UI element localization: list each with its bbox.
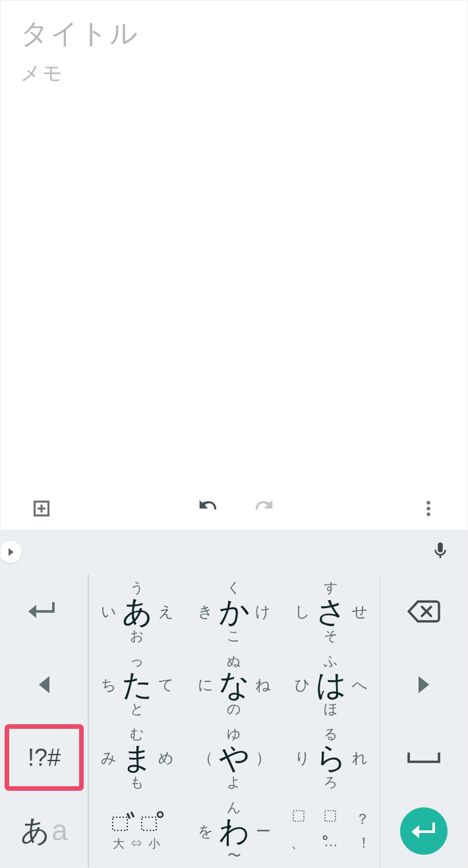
backspace-key[interactable] xyxy=(380,574,467,648)
svg-point-0 xyxy=(426,501,430,505)
keyboard-row-2: っ ち た て と ぬ に な ね の ふ ひ は へ ほ xyxy=(1,648,467,721)
triangle-right-icon xyxy=(417,676,431,693)
dakuten-key[interactable]: 大 ⇔ 小 xyxy=(89,794,186,867)
keyboard-row-1: う い あ え お く き か け こ す し さ せ そ xyxy=(1,574,467,648)
space-key[interactable] xyxy=(380,721,467,794)
kana-key-ta[interactable]: っ ち た て と xyxy=(89,648,186,721)
cursor-left-key[interactable] xyxy=(1,648,88,721)
keyboard-row-4: あa 大 ⇔ 小 ん を わ ー 〜 xyxy=(1,794,467,867)
reverse-tab-key[interactable] xyxy=(1,574,88,648)
mic-icon xyxy=(430,541,450,561)
backspace-icon xyxy=(407,600,440,623)
kana-key-na[interactable]: ぬ に な ね の xyxy=(186,648,283,721)
kana-key-ka[interactable]: く き か け こ xyxy=(186,574,283,648)
enter-icon xyxy=(411,821,436,841)
voice-input-button[interactable] xyxy=(430,541,450,563)
kana-key-ma[interactable]: む み ま め も xyxy=(89,721,186,794)
svg-point-1 xyxy=(426,507,430,511)
symbols-label: !?# xyxy=(28,744,61,772)
kana-key-wa[interactable]: ん を わ ー 〜 xyxy=(186,794,283,867)
flick-left: い xyxy=(101,601,117,621)
kana-key-sa[interactable]: す し さ せ そ xyxy=(283,574,380,648)
chevron-right-icon xyxy=(5,546,16,558)
flick-right: え xyxy=(158,601,174,621)
svg-rect-6 xyxy=(293,811,304,821)
mode-en: a xyxy=(51,814,67,847)
flick-down: お xyxy=(130,627,144,645)
reverse-tab-icon xyxy=(27,601,61,622)
redo-button[interactable] xyxy=(250,496,276,521)
more-button[interactable] xyxy=(419,499,438,518)
enter-key[interactable] xyxy=(380,794,467,867)
note-editor: タイトル メモ xyxy=(1,1,467,530)
triangle-left-icon xyxy=(37,676,51,693)
undo-button[interactable] xyxy=(196,496,221,521)
bracket-icon xyxy=(292,809,305,822)
plus-box-icon xyxy=(30,497,53,520)
mode-jp: あ xyxy=(20,811,50,850)
symbols-mode-key[interactable]: !?# xyxy=(1,721,88,794)
dakuten-sub: 大 ⇔ 小 xyxy=(113,836,161,852)
input-mode-key[interactable]: あa xyxy=(1,794,88,867)
dakuten-icon xyxy=(109,811,165,833)
kana-key-ha[interactable]: ふ ひ は へ ほ xyxy=(283,648,380,721)
note-body-space[interactable] xyxy=(20,86,448,487)
note-toolbar xyxy=(20,487,448,530)
kana-main: あ xyxy=(122,596,153,627)
keyboard-row-3: !?# む み ま め も ゆ （ や ） よ る り ら れ xyxy=(1,721,467,794)
kana-key-ya[interactable]: ゆ （ や ） よ xyxy=(186,721,283,794)
kana-key-a[interactable]: う い あ え お xyxy=(89,574,186,648)
more-vert-icon xyxy=(419,499,438,518)
title-input[interactable]: タイトル xyxy=(20,15,448,48)
expand-suggestions-button[interactable] xyxy=(0,541,22,563)
punctuation-key[interactable]: ？ 、 … ！ 。 xyxy=(283,794,380,867)
redo-icon xyxy=(250,496,276,521)
svg-rect-3 xyxy=(113,817,127,830)
svg-point-5 xyxy=(158,812,163,817)
suggestion-bar xyxy=(1,530,467,574)
add-button[interactable] xyxy=(30,497,53,520)
keyboard-rows: う い あ え お く き か け こ す し さ せ そ xyxy=(1,574,467,867)
kana-key-ra[interactable]: る り ら れ ろ xyxy=(283,721,380,794)
keyboard: う い あ え お く き か け こ す し さ せ そ xyxy=(1,530,467,867)
undo-icon xyxy=(196,496,221,521)
svg-point-2 xyxy=(426,512,430,516)
cursor-right-key[interactable] xyxy=(380,648,467,721)
svg-rect-4 xyxy=(142,817,156,830)
flick-up: う xyxy=(130,578,144,597)
memo-input[interactable]: メモ xyxy=(20,60,448,86)
space-icon xyxy=(406,750,442,766)
